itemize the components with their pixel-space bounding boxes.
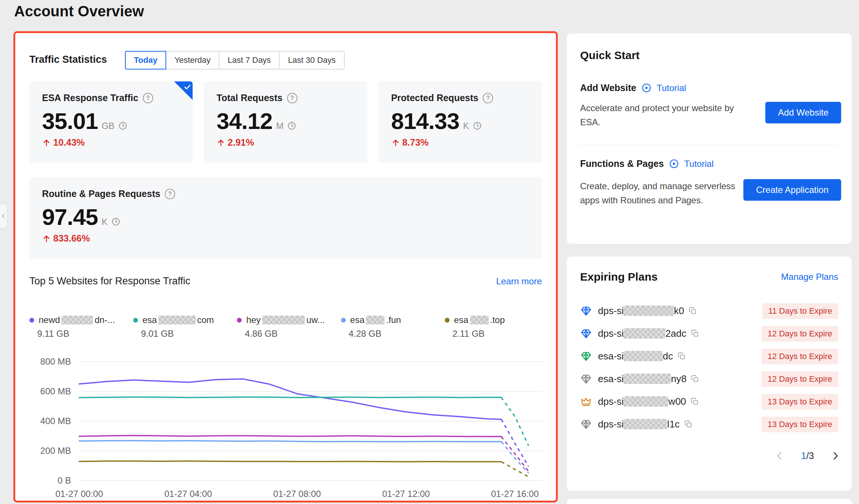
- expiring-plan-row[interactable]: dps-sil1c 13 Days to Expire: [580, 413, 838, 436]
- svg-text:01-27 00:00: 01-27 00:00: [55, 489, 103, 499]
- expiring-plans-list: dps-sik0 11 Days to Expire dps-si2adc 12…: [580, 300, 838, 436]
- divider: [580, 145, 838, 145]
- stat-card-routine-pages-requests[interactable]: Routine & Pages Requests 97.45 K 833.66%: [29, 177, 542, 259]
- help-icon[interactable]: [143, 93, 153, 103]
- add-website-description: Accelerate and protect your website by E…: [580, 101, 751, 129]
- redacted-text: [624, 306, 674, 316]
- increase-arrow-icon: [391, 138, 400, 148]
- redacted-text: [624, 396, 668, 407]
- stat-value: 34.12: [216, 108, 272, 134]
- redacted-text: [624, 419, 667, 429]
- traffic-statistics-title: Traffic Statistics: [29, 54, 107, 65]
- svg-text:800 MB: 800 MB: [40, 356, 71, 366]
- stat-card-esa-response-traffic[interactable]: ESA Response Traffic 35.01 GB 10.43%: [29, 81, 193, 163]
- crown-icon: [580, 396, 592, 408]
- check-icon: [183, 83, 192, 91]
- chart-legend: newddn-... 9.11 GB esacom 9.01 GB heyuw.…: [29, 315, 548, 339]
- expiring-plans-card: Expiring Plans Manage Plans dps-sik0 11 …: [567, 256, 852, 491]
- series-color-dot: [237, 318, 242, 323]
- legend-item[interactable]: heyuw... 4.86 GB: [237, 315, 341, 339]
- tab-last-30-days[interactable]: Last 30 Days: [279, 51, 344, 70]
- copy-icon[interactable]: [684, 420, 693, 429]
- svg-text:400 MB: 400 MB: [40, 416, 71, 426]
- clock-icon: [118, 121, 128, 130]
- copy-icon[interactable]: [691, 375, 699, 383]
- stat-unit: K: [463, 121, 469, 131]
- series-color-dot: [341, 318, 346, 323]
- stat-delta: 10.43%: [42, 137, 180, 148]
- legend-item[interactable]: esa.top 2.11 GB: [445, 315, 548, 339]
- expiry-badge: 12 Days to Expire: [762, 326, 838, 342]
- gem-icon: [580, 419, 592, 430]
- tutorial-link[interactable]: Tutorial: [684, 159, 714, 169]
- legend-item[interactable]: esacom 9.01 GB: [133, 315, 237, 339]
- expiring-plan-row[interactable]: dps-sik0 11 Days to Expire: [580, 300, 838, 322]
- stat-delta: 833.66%: [42, 233, 529, 244]
- expiring-plan-row[interactable]: dps-siw00 13 Days to Expire: [580, 390, 838, 413]
- functions-pages-heading: Functions & Pages: [580, 158, 664, 169]
- copy-icon[interactable]: [678, 352, 686, 361]
- redacted-text: [624, 351, 663, 361]
- stat-card-total-requests[interactable]: Total Requests 34.12 M 2.91%: [204, 81, 367, 163]
- manage-plans-link[interactable]: Manage Plans: [781, 272, 838, 282]
- chevron-left-icon: [1, 213, 6, 219]
- stat-unit: GB: [102, 121, 115, 131]
- expiry-badge: 12 Days to Expire: [762, 371, 838, 387]
- quick-start-title: Quick Start: [580, 49, 640, 62]
- gem-icon: [580, 350, 592, 362]
- tutorial-link[interactable]: Tutorial: [657, 83, 686, 93]
- legend-value: 2.11 GB: [453, 329, 548, 339]
- add-website-heading: Add Website: [580, 83, 636, 93]
- page-title: Account Overview: [14, 3, 144, 20]
- copy-icon[interactable]: [691, 329, 699, 338]
- help-icon[interactable]: [165, 189, 175, 199]
- traffic-statistics-panel: Traffic Statistics Today Yesterday Last …: [13, 31, 558, 503]
- expiry-badge: 12 Days to Expire: [762, 349, 838, 364]
- stat-unit: M: [276, 121, 283, 131]
- next-page-button[interactable]: [830, 451, 840, 461]
- help-icon[interactable]: [287, 93, 297, 103]
- add-website-button[interactable]: Add Website: [765, 102, 841, 123]
- learn-more-link[interactable]: Learn more: [496, 276, 542, 287]
- redacted-text: [366, 316, 385, 324]
- svg-text:0 B: 0 B: [58, 475, 71, 485]
- stat-value: 35.01: [42, 108, 98, 134]
- expiry-badge: 13 Days to Expire: [762, 417, 838, 432]
- expiring-plan-row[interactable]: esa-siny8 12 Days to Expire: [580, 368, 838, 390]
- expiring-plans-title: Expiring Plans: [580, 271, 657, 283]
- prev-page-button[interactable]: [775, 451, 785, 461]
- sidebar-collapse-handle[interactable]: [0, 204, 7, 228]
- top5-websites-title: Top 5 Websites for Response Traffic: [29, 275, 190, 287]
- copy-icon[interactable]: [689, 307, 697, 315]
- legend-value: 9.11 GB: [37, 329, 133, 339]
- legend-item[interactable]: esa.fun 4.28 GB: [341, 315, 445, 339]
- stat-card-protected-requests[interactable]: Protected Requests 814.33 K 8.73%: [379, 81, 542, 163]
- redacted-text: [470, 316, 489, 324]
- expiring-plan-row[interactable]: esa-sidc 12 Days to Expire: [580, 345, 838, 368]
- tab-yesterday[interactable]: Yesterday: [165, 51, 219, 70]
- create-application-button[interactable]: Create Application: [743, 179, 841, 201]
- svg-text:600 MB: 600 MB: [40, 386, 71, 396]
- response-traffic-line-chart[interactable]: 0 B200 MB400 MB600 MB800 MB01-27 00:0001…: [23, 352, 551, 501]
- page-indicator: 1/3: [801, 450, 814, 461]
- quick-start-card: Quick Start Add Website Tutorial Acceler…: [567, 33, 852, 244]
- help-icon[interactable]: [483, 93, 493, 103]
- clock-icon: [287, 121, 296, 130]
- increase-arrow-icon: [216, 138, 225, 148]
- gem-icon: [580, 305, 592, 317]
- clock-icon: [111, 217, 120, 226]
- expiry-badge: 11 Days to Expire: [762, 303, 838, 319]
- redacted-text: [624, 374, 671, 384]
- legend-value: 4.86 GB: [245, 329, 341, 339]
- time-range-tabs: Today Yesterday Last 7 Days Last 30 Days: [125, 51, 345, 70]
- expiring-plan-row[interactable]: dps-si2adc 12 Days to Expire: [580, 322, 838, 345]
- redacted-text: [158, 316, 196, 324]
- stat-value: 814.33: [391, 108, 460, 134]
- copy-icon[interactable]: [691, 397, 699, 406]
- legend-value: 4.28 GB: [349, 329, 445, 339]
- tab-last-7-days[interactable]: Last 7 Days: [219, 51, 280, 70]
- redacted-text: [262, 316, 305, 324]
- tab-today[interactable]: Today: [125, 51, 166, 70]
- functions-pages-description: Create, deploy, and manage serverless ap…: [580, 179, 736, 207]
- legend-item[interactable]: newddn-... 9.11 GB: [29, 315, 133, 339]
